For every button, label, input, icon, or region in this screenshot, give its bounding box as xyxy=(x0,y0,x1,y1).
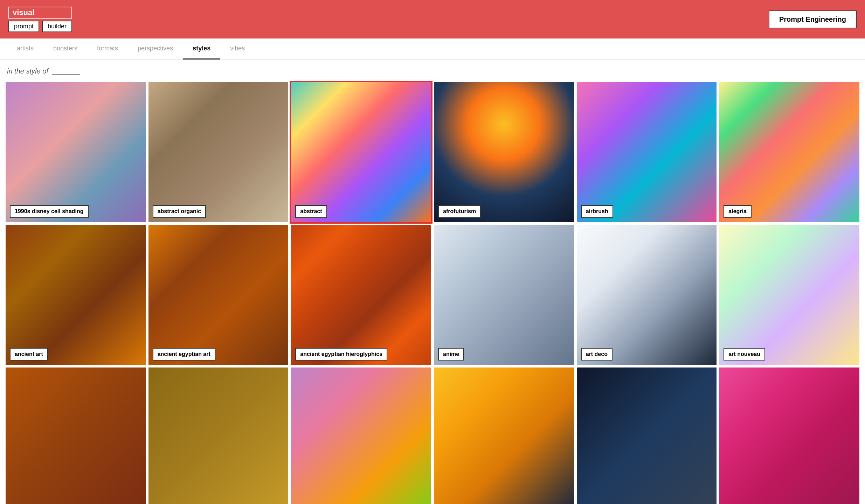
gallery-item-abstract[interactable]: abstract xyxy=(291,82,431,222)
gallery-item-ancient-art[interactable]: ancient art xyxy=(6,225,146,365)
gallery-item-ancient-egyptian-hieroglyphics[interactable]: ancient egyptian hieroglyphics xyxy=(291,225,431,365)
gallery-item-afrofuturism[interactable]: afrofuturism xyxy=(434,82,574,222)
gallery-item-label-abstract: abstract xyxy=(295,205,327,218)
gallery-item-label-abstract-organic: abstract organic xyxy=(153,205,206,218)
gallery-item-bg-row3-6 xyxy=(719,368,859,504)
gallery-item-label-art-nouveau: art nouveau xyxy=(724,348,765,361)
gallery-item-bg-anime xyxy=(434,225,574,365)
logo-prompt-tag: prompt xyxy=(8,21,39,32)
prompt-engineering-button[interactable]: Prompt Engineering xyxy=(769,10,857,28)
gallery-item-bg-abstract-organic xyxy=(148,82,289,222)
gallery-item-alegria[interactable]: alegria xyxy=(719,82,859,222)
gallery-item-1990s-disney[interactable]: 1990s disney cell shading xyxy=(6,82,146,222)
gallery-item-label-ancient-egyptian-art: ancient egyptian art xyxy=(153,348,215,361)
gallery-item-row3-3[interactable] xyxy=(291,368,431,504)
gallery-grid: 1990s disney cell shadingabstract organi… xyxy=(6,82,859,504)
gallery-item-abstract-organic[interactable]: abstract organic xyxy=(148,82,289,222)
gallery-item-row3-5[interactable] xyxy=(577,368,717,504)
subtitle-underline xyxy=(52,74,80,75)
nav-tabs: artists boosters formats perspectives st… xyxy=(7,38,858,59)
gallery-item-art-nouveau[interactable]: art nouveau xyxy=(719,225,859,365)
gallery-item-bg-airbrush xyxy=(577,82,717,222)
tab-vibes[interactable]: vibes xyxy=(220,38,255,59)
nav-tabs-area: artists boosters formats perspectives st… xyxy=(0,38,865,60)
gallery-item-airbrush[interactable]: airbrush xyxy=(577,82,717,222)
gallery-item-row3-1[interactable] xyxy=(6,368,146,504)
tab-styles[interactable]: styles xyxy=(183,38,220,59)
gallery-item-bg-ancient-egyptian-hieroglyphics xyxy=(291,225,431,365)
gallery-item-bg-row3-4 xyxy=(434,368,574,504)
gallery-item-bg-1990s-disney xyxy=(6,82,146,222)
gallery-item-bg-row3-5 xyxy=(577,368,717,504)
tab-formats[interactable]: formats xyxy=(87,38,128,59)
gallery-item-anime[interactable]: anime xyxy=(434,225,574,365)
gallery-item-label-alegria: alegria xyxy=(724,205,752,218)
header: visual prompt builder Prompt Engineering xyxy=(0,0,865,38)
gallery-container: 1990s disney cell shadingabstract organi… xyxy=(0,79,865,504)
gallery-item-label-ancient-egyptian-hieroglyphics: ancient egyptian hieroglyphics xyxy=(295,348,387,361)
logo: visual prompt builder xyxy=(8,7,72,32)
subtitle-text: in the style of xyxy=(7,67,80,75)
gallery-item-bg-art-nouveau xyxy=(719,225,859,365)
gallery-item-label-1990s-disney: 1990s disney cell shading xyxy=(10,205,89,218)
gallery-item-bg-row3-1 xyxy=(6,368,146,504)
tab-artists[interactable]: artists xyxy=(7,38,43,59)
subtitle-area: in the style of xyxy=(0,60,865,79)
gallery-item-label-ancient-art: ancient art xyxy=(10,348,48,361)
gallery-item-label-airbrush: airbrush xyxy=(581,205,613,218)
logo-visual-tag: visual xyxy=(8,7,72,19)
gallery-item-label-anime: anime xyxy=(438,348,464,361)
logo-row: prompt builder xyxy=(8,21,72,32)
gallery-item-ancient-egyptian-art[interactable]: ancient egyptian art xyxy=(148,225,289,365)
logo-builder-tag: builder xyxy=(42,21,72,32)
gallery-item-row3-6[interactable] xyxy=(719,368,859,504)
gallery-item-row3-2[interactable] xyxy=(148,368,289,504)
tab-perspectives[interactable]: perspectives xyxy=(128,38,183,59)
gallery-item-bg-ancient-art xyxy=(6,225,146,365)
gallery-item-bg-row3-2 xyxy=(148,368,289,504)
gallery-item-label-afrofuturism: afrofuturism xyxy=(438,205,481,218)
gallery-item-art-deco[interactable]: art deco xyxy=(577,225,717,365)
gallery-item-bg-art-deco xyxy=(577,225,717,365)
gallery-item-bg-abstract xyxy=(291,82,431,222)
gallery-item-bg-afrofuturism xyxy=(434,82,574,222)
gallery-item-bg-row3-3 xyxy=(291,368,431,504)
gallery-item-row3-4[interactable] xyxy=(434,368,574,504)
gallery-item-bg-ancient-egyptian-art xyxy=(148,225,289,365)
tab-boosters[interactable]: boosters xyxy=(43,38,87,59)
gallery-item-label-art-deco: art deco xyxy=(581,348,613,361)
gallery-item-bg-alegria xyxy=(719,82,859,222)
